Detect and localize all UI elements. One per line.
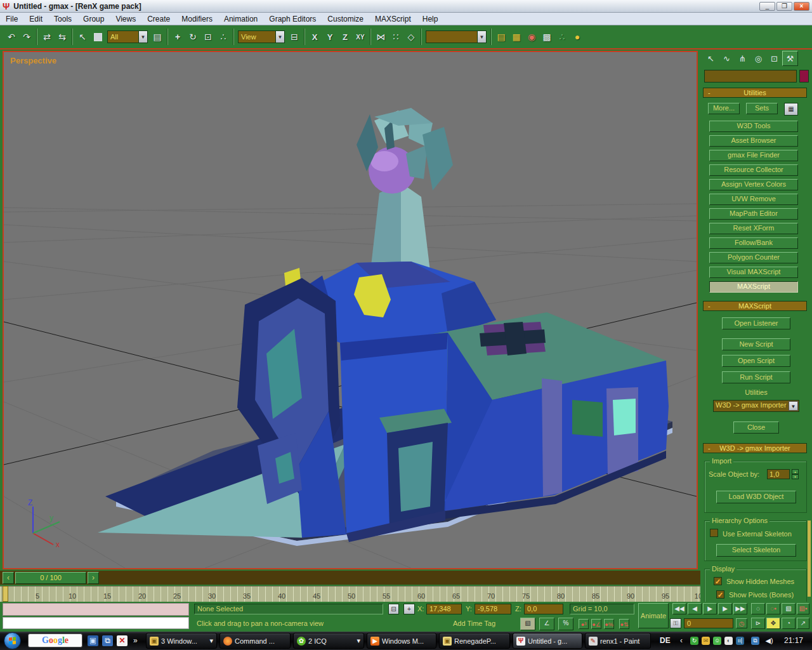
chevron-down-icon[interactable]: ▼ (789, 401, 798, 411)
menu-views[interactable]: Views (110, 15, 141, 23)
restrict-xy-button[interactable]: XY (353, 29, 368, 45)
select-object-icon[interactable]: ↖ (75, 29, 90, 45)
pan-view-icon[interactable]: ✥ (766, 618, 780, 629)
selection-region-icon[interactable] (90, 29, 105, 45)
utility-maxscript-button[interactable]: MAXScript (709, 281, 798, 293)
y-coordinate-field[interactable]: -9,578 (475, 604, 511, 614)
manipulate-icon[interactable]: ∴ (216, 29, 231, 45)
utility-reset-xform-button[interactable]: Reset XForm (709, 223, 798, 234)
taskbar-button-command[interactable]: Command ... (219, 633, 291, 649)
new-script-button[interactable]: New Script (722, 338, 790, 350)
material-editor-icon[interactable]: ◉ (524, 29, 539, 45)
next-frame-icon[interactable]: ▶ (718, 603, 732, 614)
utility-follow-bank-button[interactable]: Follow/Bank (709, 237, 798, 249)
utility-config-icon[interactable]: ▦ (784, 103, 798, 116)
sets-button[interactable]: Sets (746, 103, 778, 114)
utility-w3d-tools-button[interactable]: W3D Tools (709, 121, 798, 132)
render-scene-icon[interactable]: ▩ (539, 29, 554, 45)
undo-icon[interactable]: ↶ (4, 29, 19, 45)
unlink-icon[interactable]: ⇆ (55, 29, 70, 45)
open-listener-button[interactable]: Open Listener (722, 317, 790, 329)
run-script-button[interactable]: Run Script (722, 371, 790, 383)
utility-asset-browser-button[interactable]: Asset Browser (709, 135, 798, 147)
menu-help[interactable]: Help (417, 15, 444, 23)
selection-lock-icon[interactable]: ⊟ (388, 604, 399, 614)
minimize-button[interactable]: _ (759, 2, 775, 11)
menu-customize[interactable]: Customize (322, 15, 369, 23)
quicklaunch-overflow-chevron[interactable]: » (133, 636, 138, 645)
menu-file[interactable]: File (0, 15, 23, 23)
menu-graph-editors[interactable]: Graph Editors (263, 15, 322, 23)
zoom-extents-icon[interactable]: ▧ (782, 603, 796, 614)
snap-override-3-icon[interactable]: ●³ (579, 619, 589, 629)
mirror-icon[interactable]: ⋈ (373, 29, 388, 45)
snap-override-percent-icon[interactable]: ●% (604, 619, 614, 629)
add-time-tag[interactable]: Add Time Tag (453, 620, 495, 627)
play-animation-icon[interactable]: ▶ (703, 603, 717, 614)
viewport-label[interactable]: Perspective (10, 56, 56, 65)
open-script-button[interactable]: Open Script (722, 355, 790, 367)
absolute-mode-icon[interactable]: + (403, 604, 415, 614)
utility-gmax-file-finder-button[interactable]: gmax File Finder (709, 150, 798, 161)
tray-wireless-icon[interactable]: ıı| (736, 637, 744, 645)
menu-maxscript[interactable]: MAXScript (369, 15, 417, 23)
arc-rotate-icon[interactable]: ◔ (782, 618, 796, 629)
w3d-importer-rollout-header[interactable]: - W3D -> gmax Importer (703, 443, 807, 453)
menu-group[interactable]: Group (77, 15, 110, 23)
restore-button[interactable]: ❐ (776, 2, 792, 11)
reference-coordsys-dropdown[interactable]: View ▼ (238, 30, 285, 43)
angle-snap-icon[interactable]: ∠ (539, 618, 554, 630)
spinner-snap-icon[interactable]: ●⇅ (619, 619, 629, 629)
chevron-down-icon[interactable]: ▼ (275, 31, 284, 43)
tray-update-icon[interactable]: ↻ (690, 637, 698, 645)
selection-filter-dropdown[interactable]: All ▼ (107, 30, 148, 43)
quicklaunch-desktop-icon[interactable]: ▣ (88, 635, 98, 646)
time-configuration-icon[interactable]: ◷ (736, 618, 747, 628)
tab-display-icon[interactable]: ⊡ (766, 51, 782, 66)
current-frame-field[interactable]: 0 (684, 618, 733, 628)
perspective-viewport[interactable]: Perspective (3, 51, 698, 569)
track-bar-frame-handle[interactable] (3, 586, 8, 602)
object-name-field[interactable] (704, 70, 797, 83)
restrict-z-button[interactable]: Z (337, 29, 353, 45)
named-selection-dropdown[interactable]: ▼ (426, 30, 487, 43)
redo-icon[interactable]: ↷ (19, 29, 34, 45)
next-frame-button[interactable]: › (88, 572, 99, 584)
menu-tools[interactable]: Tools (48, 15, 77, 23)
taskbar-button-windows-group[interactable]: ▣ 3 Window... ▾ (146, 633, 217, 649)
utility-mappath-editor-button[interactable]: MapPath Editor (709, 208, 798, 220)
utility-assign-vertex-colors-button[interactable]: Assign Vertex Colors (709, 179, 798, 190)
close-button[interactable]: × (794, 2, 809, 11)
render-id-icon[interactable]: ∴ (554, 29, 570, 45)
clock[interactable]: 21:17 (784, 636, 803, 645)
utility-resource-collector-button[interactable]: Resource Collector (709, 164, 798, 176)
quicklaunch-x-icon[interactable]: ✕ (117, 635, 128, 646)
zoom-icon[interactable]: ◌ (751, 603, 765, 614)
track-view-icon[interactable]: ▤ (494, 29, 509, 45)
time-slider[interactable]: 0 / 100 (15, 572, 86, 584)
language-indicator[interactable]: DE (660, 636, 671, 645)
tab-modify-icon[interactable]: ∿ (719, 51, 735, 66)
menu-edit[interactable]: Edit (23, 15, 48, 23)
select-skeleton-button[interactable]: Select Skeleton (716, 544, 796, 557)
restrict-y-button[interactable]: Y (322, 29, 337, 45)
scale-spinner[interactable]: ▴▾ (792, 469, 799, 479)
animate-button[interactable]: Animate (638, 603, 669, 628)
utility-uvw-remove-button[interactable]: UVW Remove (709, 194, 798, 205)
taskbar-button-gmax-active[interactable]: Ψ Untitled - g... (513, 633, 582, 649)
go-to-end-icon[interactable]: ▶▶ (733, 603, 747, 614)
tab-motion-icon[interactable]: ◎ (750, 51, 766, 66)
snap-override-angle-icon[interactable]: ●∠ (591, 619, 601, 629)
maxscript-mini-listener-white[interactable] (3, 617, 189, 629)
tray-mail-icon[interactable]: ✉ (702, 637, 710, 645)
x-coordinate-field[interactable]: 17,348 (426, 604, 462, 614)
start-button[interactable] (4, 632, 21, 649)
scale-object-field[interactable]: 1,0 (767, 469, 790, 479)
select-link-icon[interactable]: ⇄ (39, 29, 55, 45)
maxscript-mini-listener-pink[interactable] (3, 603, 189, 616)
tab-utilities-icon[interactable]: ⚒ (782, 51, 798, 66)
utility-polygon-counter-button[interactable]: Polygon Counter (709, 252, 798, 263)
maxscript-rollout-header[interactable]: - MAXScript (703, 301, 807, 311)
tray-messenger-icon[interactable]: ☺ (713, 637, 721, 645)
select-by-name-icon[interactable]: ▤ (150, 29, 165, 45)
